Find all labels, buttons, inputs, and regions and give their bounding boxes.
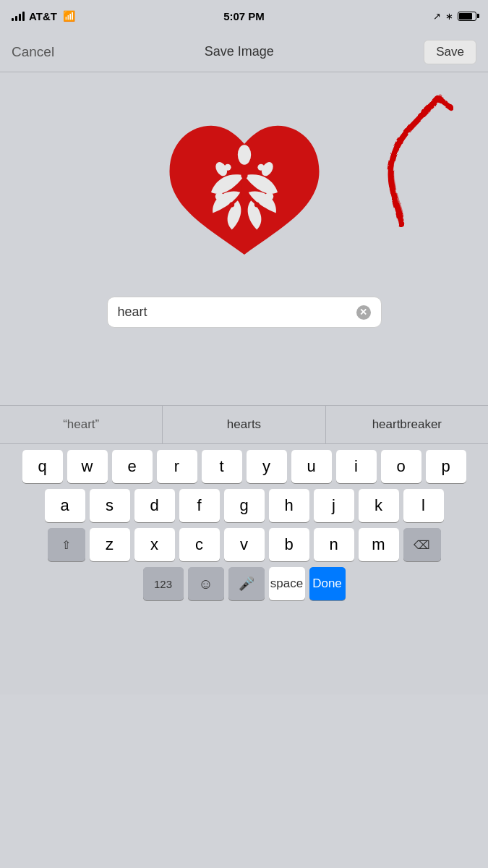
- keyboard-row-2: a s d f g h j k l: [3, 489, 485, 522]
- search-input[interactable]: [118, 305, 351, 320]
- status-time: 5:07 PM: [223, 10, 265, 22]
- key-o[interactable]: o: [381, 450, 421, 483]
- mic-key[interactable]: 🎤: [228, 567, 265, 600]
- wifi-icon: 📶: [63, 10, 75, 22]
- shift-key[interactable]: ⇧: [48, 528, 85, 561]
- cancel-button[interactable]: Cancel: [12, 44, 54, 60]
- svg-point-9: [229, 203, 234, 208]
- autocomplete-item-0[interactable]: “heart”: [0, 406, 163, 443]
- heart-image: [158, 101, 331, 275]
- battery-fill: [459, 13, 472, 20]
- status-left: AT&T 📶: [12, 10, 75, 22]
- autocomplete-item-2[interactable]: heartbreaker: [326, 406, 488, 443]
- keyboard-row-3: ⇧ z x c v b n m ⌫: [3, 528, 485, 561]
- key-h[interactable]: h: [269, 489, 309, 522]
- key-n[interactable]: n: [314, 528, 354, 561]
- key-s[interactable]: s: [90, 489, 130, 522]
- key-g[interactable]: g: [224, 489, 265, 522]
- key-u[interactable]: u: [291, 450, 332, 483]
- search-input-wrapper: ✕: [107, 297, 382, 328]
- keyboard-row-1: q w e r t y u i o p: [3, 450, 485, 483]
- key-t[interactable]: t: [202, 450, 242, 483]
- svg-point-10: [254, 203, 259, 208]
- svg-point-1: [237, 145, 250, 165]
- save-button[interactable]: Save: [424, 40, 476, 64]
- bluetooth-icon: ∗: [445, 11, 453, 22]
- arrow-annotation: [343, 87, 459, 231]
- done-key[interactable]: Done: [309, 567, 346, 600]
- keyboard-row-4: 123 ☺ 🎤 space Done: [3, 567, 485, 600]
- key-d[interactable]: d: [134, 489, 175, 522]
- key-f[interactable]: f: [179, 489, 220, 522]
- battery-icon: [458, 12, 476, 21]
- nav-title: Save Image: [205, 44, 274, 59]
- search-container: ✕: [107, 297, 382, 328]
- signal-bars-icon: [12, 11, 25, 21]
- status-bar: AT&T 📶 5:07 PM ↗ ∗: [0, 0, 488, 32]
- location-icon: ↗: [433, 11, 441, 22]
- keyboard: q w e r t y u i o p a s d f g h j k l ⇧ …: [0, 444, 488, 694]
- svg-point-4: [215, 192, 223, 201]
- autocomplete-bar: “heart” hearts heartbreaker: [0, 405, 488, 444]
- key-l[interactable]: l: [403, 489, 444, 522]
- delete-key[interactable]: ⌫: [403, 528, 441, 561]
- key-k[interactable]: k: [359, 489, 399, 522]
- autocomplete-item-1[interactable]: hearts: [163, 406, 325, 443]
- key-q[interactable]: q: [22, 450, 63, 483]
- key-y[interactable]: y: [247, 450, 287, 483]
- key-b[interactable]: b: [269, 528, 309, 561]
- key-p[interactable]: p: [426, 450, 466, 483]
- key-x[interactable]: x: [134, 528, 175, 561]
- status-right: ↗ ∗: [433, 11, 476, 22]
- svg-point-6: [224, 164, 231, 171]
- clear-button[interactable]: ✕: [356, 305, 371, 320]
- key-e[interactable]: e: [112, 450, 153, 483]
- key-a[interactable]: a: [45, 489, 85, 522]
- svg-rect-0: [241, 159, 247, 201]
- numbers-key[interactable]: 123: [143, 567, 184, 600]
- carrier-label: AT&T: [29, 10, 57, 22]
- key-c[interactable]: c: [179, 528, 220, 561]
- key-w[interactable]: w: [67, 450, 108, 483]
- key-j[interactable]: j: [314, 489, 354, 522]
- space-key[interactable]: space: [269, 567, 305, 600]
- key-m[interactable]: m: [359, 528, 399, 561]
- svg-point-8: [241, 172, 247, 179]
- svg-point-5: [265, 192, 273, 201]
- key-r[interactable]: r: [157, 450, 197, 483]
- key-i[interactable]: i: [336, 450, 377, 483]
- content-area: ✕: [0, 72, 488, 405]
- key-v[interactable]: v: [224, 528, 265, 561]
- emoji-key[interactable]: ☺: [188, 567, 224, 600]
- key-z[interactable]: z: [90, 528, 130, 561]
- nav-bar: Cancel Save Image Save: [0, 32, 488, 72]
- svg-point-7: [257, 164, 264, 171]
